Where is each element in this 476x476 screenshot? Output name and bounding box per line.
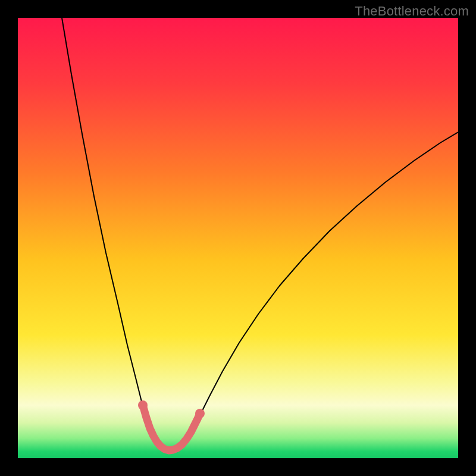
series-right-curve bbox=[192, 132, 458, 430]
highlight-dot bbox=[195, 409, 205, 418]
chart-curves bbox=[18, 18, 458, 458]
series-left-curve bbox=[62, 18, 192, 450]
watermark-label: TheBottleneck.com bbox=[355, 4, 469, 19]
plot-area bbox=[18, 18, 458, 458]
series-valley-highlight bbox=[143, 405, 200, 450]
highlight-dot bbox=[138, 400, 148, 410]
app-frame: TheBottleneck.com bbox=[0, 0, 476, 476]
